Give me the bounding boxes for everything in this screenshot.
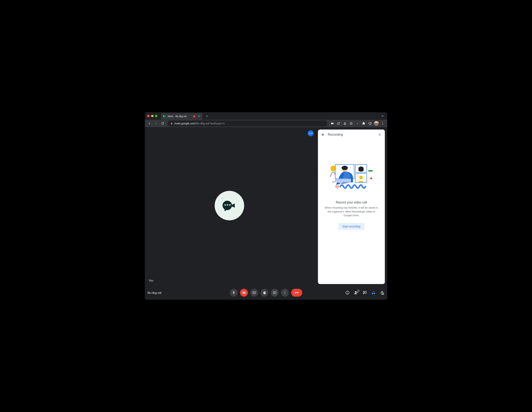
svg-point-34 (285, 291, 285, 292)
raise-hand-button[interactable] (260, 289, 268, 297)
tile-options-button[interactable] (308, 130, 314, 136)
forward-button (153, 120, 159, 126)
recording-indicator-icon (193, 115, 195, 117)
svg-rect-1 (163, 115, 164, 116)
panel-back-button[interactable] (321, 132, 325, 137)
svg-point-18 (356, 165, 357, 166)
new-tab-button[interactable]: ＋ (204, 113, 210, 119)
address-bar: meet.google.com/ftk-rfkg-vdr?authuser=1 (145, 120, 387, 127)
browser-window: Meet – ftk-rfkg-vdr ✕ ＋ meet.google.com/… (145, 112, 387, 300)
profile-avatar[interactable] (373, 120, 379, 126)
menu-icon[interactable] (380, 120, 386, 126)
svg-point-4 (357, 123, 358, 124)
start-recording-button[interactable]: Start recording (338, 223, 364, 230)
svg-point-40 (355, 291, 356, 293)
panel-title: Recording (328, 133, 343, 137)
leave-call-button[interactable] (291, 289, 302, 297)
self-video-tile: You (145, 127, 314, 284)
call-controls (230, 289, 302, 297)
svg-point-23 (356, 174, 357, 175)
chat-camera-icon (223, 201, 236, 211)
svg-point-14 (338, 165, 339, 166)
svg-point-7 (382, 122, 383, 123)
minimize-window[interactable] (151, 115, 153, 117)
svg-rect-16 (336, 179, 351, 183)
extensions-icon[interactable] (361, 120, 367, 126)
window-controls (147, 115, 157, 117)
close-window[interactable] (147, 115, 150, 117)
reload-button[interactable] (160, 120, 166, 126)
chat-button[interactable] (362, 290, 367, 295)
toolbar-right (329, 120, 386, 126)
svg-point-24 (357, 174, 358, 175)
browser-tab[interactable]: Meet – ftk-rfkg-vdr ✕ (161, 113, 202, 120)
tabs-menu-icon[interactable] (381, 115, 385, 117)
participant-avatar (215, 191, 244, 220)
mic-toggle-button[interactable] (230, 289, 238, 297)
recording-panel: Recording (318, 129, 385, 284)
recording-illustration (330, 161, 373, 193)
share-icon[interactable] (342, 120, 348, 126)
url-field[interactable]: meet.google.com/ftk-rfkg-vdr?authuser=1 (168, 120, 327, 126)
panel-header: Recording (318, 129, 385, 140)
video-area: You (145, 127, 316, 300)
meeting-code: ftk-rfkg-vdr (148, 291, 162, 294)
sidepanel-icon[interactable] (367, 120, 373, 126)
svg-point-12 (336, 165, 337, 166)
present-button[interactable] (271, 289, 279, 297)
panel-description: When recording has finished, it will be … (323, 206, 380, 217)
svg-point-19 (357, 165, 358, 166)
bottom-bar: ftk-rfkg-vdr (145, 286, 387, 300)
tab-strip: Meet – ftk-rfkg-vdr ✕ ＋ (145, 112, 387, 120)
more-options-button[interactable] (281, 289, 289, 297)
svg-point-35 (285, 293, 285, 293)
svg-point-20 (358, 165, 359, 166)
close-tab-icon[interactable]: ✕ (198, 115, 200, 118)
activities-button[interactable] (371, 290, 376, 295)
lock-icon (170, 122, 173, 125)
meet-favicon-icon (163, 115, 166, 118)
url-text: meet.google.com/ftk-rfkg-vdr?authuser=1 (174, 122, 225, 125)
svg-rect-31 (234, 294, 234, 294)
svg-point-39 (347, 292, 348, 292)
svg-point-36 (285, 293, 285, 294)
meeting-details-button[interactable] (345, 290, 350, 295)
svg-rect-5 (369, 122, 371, 125)
bookmark-icon[interactable] (348, 120, 354, 126)
svg-rect-32 (253, 292, 256, 294)
svg-rect-45 (374, 293, 375, 294)
svg-rect-28 (370, 177, 372, 180)
svg-point-13 (337, 165, 338, 166)
camera-toggle-button[interactable] (240, 289, 248, 297)
svg-point-48 (383, 293, 383, 294)
meet-content: You Recording (145, 127, 387, 300)
svg-point-30 (337, 186, 338, 187)
svg-point-44 (372, 293, 373, 294)
participant-count-badge: 1 (357, 289, 360, 292)
svg-point-8 (382, 123, 383, 124)
right-controls: 1 (345, 290, 384, 295)
open-external-icon[interactable] (336, 120, 342, 126)
back-button[interactable] (146, 120, 152, 126)
panel-heading: Record your video call (336, 201, 367, 204)
camera-indicator-icon[interactable] (329, 120, 335, 126)
extension-dot-icon[interactable] (354, 120, 361, 126)
host-controls-button[interactable] (380, 290, 384, 295)
svg-point-9 (382, 124, 383, 125)
participant-name: You (149, 279, 153, 282)
svg-point-25 (358, 174, 359, 175)
svg-point-26 (359, 176, 363, 179)
zoom-window[interactable] (155, 115, 157, 117)
captions-button[interactable] (250, 289, 258, 297)
svg-rect-27 (368, 170, 373, 172)
tab-title: Meet – ftk-rfkg-vdr (168, 115, 187, 118)
svg-rect-2 (163, 116, 164, 117)
panel-body: Record your video call When recording ha… (318, 140, 385, 284)
panel-close-button[interactable] (377, 132, 382, 137)
participants-button[interactable]: 1 (354, 290, 359, 295)
